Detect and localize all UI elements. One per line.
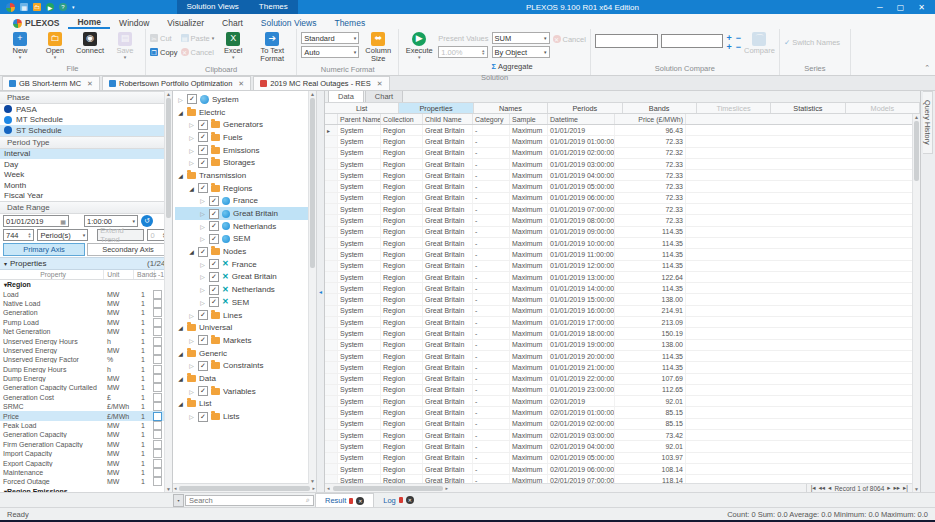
- grid-vertical-scrollbar[interactable]: ▲▼: [912, 114, 920, 492]
- table-row[interactable]: SystemRegionGreat Britain-Maximum01/01/2…: [325, 159, 912, 170]
- period-type-item[interactable]: Month: [0, 180, 172, 191]
- prev-page-icon[interactable]: ◂◂: [819, 484, 826, 492]
- tree-checkbox[interactable]: ✓: [209, 297, 219, 307]
- tree-checkbox[interactable]: ✓: [187, 94, 197, 104]
- ribbon-collapse-chevron[interactable]: ⌃: [924, 64, 930, 72]
- table-row[interactable]: SystemRegionGreat Britain-Maximum01/01/2…: [325, 294, 912, 305]
- pin-icon[interactable]: [349, 498, 353, 504]
- collapsed-icon[interactable]: ▷: [199, 261, 206, 268]
- ribbon-tab-visualizer[interactable]: Visualizer: [158, 16, 213, 29]
- property-row[interactable]: Dump Energy Hoursh1: [0, 365, 172, 374]
- ribbon-tab-themes[interactable]: Themes: [325, 16, 374, 29]
- property-row[interactable]: Native LoadMW1: [0, 299, 172, 308]
- property-checkbox[interactable]: [153, 383, 162, 392]
- grid-column-header[interactable]: Sample: [510, 114, 548, 124]
- property-row[interactable]: Export CapacityMW1: [0, 458, 172, 467]
- table-row[interactable]: SystemRegionGreat Britain-Maximum01/01/2…: [325, 249, 912, 260]
- expanded-icon[interactable]: ◢: [177, 375, 184, 382]
- tree-checkbox[interactable]: ✓: [198, 361, 208, 371]
- table-row[interactable]: SystemRegionGreat Britain-Maximum01/01/2…: [325, 272, 912, 283]
- tree-item[interactable]: ◢Universal: [175, 321, 316, 334]
- table-row[interactable]: SystemRegionGreat Britain-Maximum02/01/2…: [325, 464, 912, 475]
- switch-names-checkbox[interactable]: ✓Switch Names: [784, 36, 840, 48]
- left-panel-vertical-scrollbar[interactable]: ▲▼: [164, 91, 172, 492]
- table-row[interactable]: SystemRegionGreat Britain-Maximum01/01/2…: [325, 193, 912, 204]
- expanded-icon[interactable]: ◢: [188, 248, 195, 255]
- tree-item[interactable]: ▷✓✕SEM: [175, 296, 316, 309]
- collapsed-icon[interactable]: ▷: [199, 223, 206, 230]
- compare-input-1[interactable]: [595, 34, 658, 48]
- tree-item[interactable]: ▷✓Markets: [175, 334, 316, 347]
- period-count-spinner[interactable]: 744▲▼: [3, 229, 34, 241]
- tree-item[interactable]: ▷✓Emissions: [175, 144, 316, 157]
- new-file-icon[interactable]: ▦: [20, 3, 28, 11]
- table-row[interactable]: SystemRegionGreat Britain-Maximum01/01/2…: [325, 306, 912, 317]
- property-row[interactable]: Pump LoadMW1: [0, 318, 172, 327]
- tree-checkbox[interactable]: ✓: [198, 335, 208, 345]
- tree-checkbox[interactable]: ✓: [198, 386, 208, 396]
- help-icon[interactable]: ?: [59, 3, 67, 11]
- tree-item[interactable]: ▷✓✕France: [175, 258, 316, 271]
- property-checkbox[interactable]: [153, 430, 162, 439]
- property-checkbox[interactable]: [153, 355, 162, 364]
- copy-button[interactable]: ❐Copy: [150, 46, 178, 58]
- tree-horizontal-scrollbar[interactable]: ◂▸: [173, 483, 316, 492]
- table-row[interactable]: SystemRegionGreat Britain-Maximum02/01/2…: [325, 475, 912, 483]
- ribbon-tab-chart[interactable]: Chart: [213, 16, 252, 29]
- table-row[interactable]: SystemRegionGreat Britain-Maximum01/01/2…: [325, 170, 912, 181]
- property-checkbox[interactable]: [153, 402, 162, 411]
- property-row[interactable]: GenerationMW1: [0, 308, 172, 317]
- search-field[interactable]: ⌕: [185, 495, 314, 506]
- ribbon-tab-plexos[interactable]: PLEXOS: [4, 16, 68, 29]
- column-size-button[interactable]: ⬌Column Size: [362, 30, 394, 64]
- grid-column-header[interactable]: Category: [473, 114, 510, 124]
- tree-checkbox[interactable]: ✓: [198, 145, 208, 155]
- close-tab-icon[interactable]: ✕: [238, 80, 244, 88]
- table-row[interactable]: SystemRegionGreat Britain-Maximum02/01/2…: [325, 430, 912, 441]
- collapsed-icon[interactable]: ▷: [188, 312, 195, 319]
- document-tab[interactable]: Robertsown Portfolio Optimization✕: [102, 76, 251, 90]
- log-tab[interactable]: Log ✕: [374, 494, 423, 507]
- primary-axis-tab[interactable]: Primary Axis: [3, 243, 85, 256]
- property-checkbox[interactable]: [153, 477, 162, 486]
- execute-button[interactable]: ▶Execute▾: [403, 30, 435, 59]
- table-row[interactable]: SystemRegionGreat Britain-Maximum01/01/2…: [325, 261, 912, 272]
- property-row[interactable]: Dump EnergyMW1: [0, 374, 172, 383]
- view-button-list[interactable]: List: [325, 103, 399, 113]
- aggregation-mode-select[interactable]: SUM▾: [492, 32, 550, 44]
- property-checkbox[interactable]: [153, 346, 162, 355]
- property-checkbox[interactable]: [153, 412, 162, 421]
- table-row[interactable]: SystemRegionGreat Britain-Maximum01/01/2…: [325, 283, 912, 294]
- close-tab-icon[interactable]: ✕: [377, 80, 383, 88]
- date-input[interactable]: 01/01/2019▦: [3, 215, 69, 227]
- table-row[interactable]: SystemRegionGreat Britain-Maximum01/01/2…: [325, 385, 912, 396]
- extend-trend-button[interactable]: Extend Trend: [97, 229, 144, 241]
- save-button[interactable]: ▤Save▾: [109, 30, 141, 59]
- grid-column-header[interactable]: Child Name: [423, 114, 473, 124]
- table-row[interactable]: SystemRegionGreat Britain-Maximum01/01/2…: [325, 328, 912, 339]
- tab-data[interactable]: Data: [328, 91, 364, 102]
- property-checkbox[interactable]: [153, 318, 162, 327]
- ribbon-tab-home[interactable]: Home: [68, 15, 110, 29]
- tree-item[interactable]: ◢✓Regions: [175, 182, 316, 195]
- close-log-icon[interactable]: ✕: [406, 496, 414, 504]
- tree-item[interactable]: ▷✓System: [175, 93, 316, 106]
- property-row[interactable]: SRMC£/MWh1: [0, 402, 172, 411]
- table-row[interactable]: SystemRegionGreat Britain-Maximum02/01/2…: [325, 407, 912, 418]
- properties-header[interactable]: ▾ Properties (1/24): [0, 257, 172, 270]
- tree-checkbox[interactable]: ✓: [209, 285, 219, 295]
- cut-button[interactable]: ✂Cut: [150, 32, 178, 44]
- tree-checkbox[interactable]: ✓: [198, 132, 208, 142]
- property-row[interactable]: Unserved Energy Hoursh1: [0, 336, 172, 345]
- table-row[interactable]: SystemRegionGreat Britain-Maximum01/01/2…: [325, 351, 912, 362]
- view-button-properties[interactable]: Properties: [399, 103, 473, 113]
- grid-column-header[interactable]: Datetime: [548, 114, 615, 124]
- property-checkbox[interactable]: [153, 299, 162, 308]
- tree-item[interactable]: ▷✓✕Great Britain: [175, 271, 316, 284]
- property-checkbox[interactable]: [153, 374, 162, 383]
- tree-checkbox[interactable]: ✓: [198, 158, 208, 168]
- property-group-row[interactable]: ▾Region: [0, 280, 172, 289]
- period-type-item[interactable]: Fiscal Year: [0, 191, 172, 202]
- next-page-icon[interactable]: ▸▸: [894, 484, 901, 492]
- expanded-icon[interactable]: ◢: [188, 185, 195, 192]
